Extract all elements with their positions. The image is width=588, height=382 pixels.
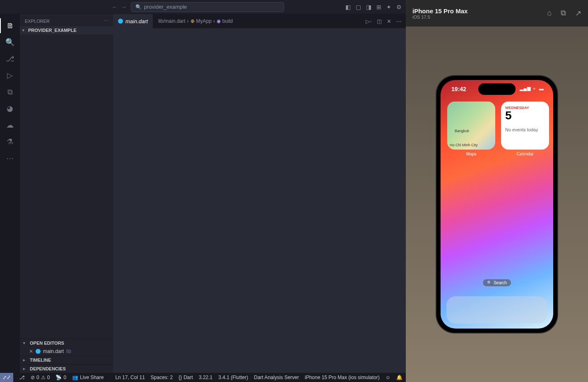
copilot-icon[interactable]: ✦ bbox=[386, 4, 391, 10]
chevron-right-icon: ▸ bbox=[23, 358, 27, 362]
scm-view-icon[interactable]: ⎇ bbox=[0, 51, 20, 66]
dependencies-section[interactable]: ▸ DEPENDENCIES bbox=[20, 364, 113, 373]
activity-bar: 🗎 🔍 ⎇ ▷ ⧉ ◕ ☁ ⚗ ⋯ bbox=[0, 14, 20, 373]
run-debug-icon[interactable]: ▷◦ bbox=[366, 18, 372, 24]
explorer-view-icon[interactable]: 🗎 bbox=[0, 18, 20, 33]
tab-main-dart[interactable]: main.dart bbox=[113, 14, 153, 28]
code-content[interactable] bbox=[133, 28, 406, 373]
device-selector[interactable]: iPhone 15 Pro Max (ios simulator) bbox=[305, 375, 380, 380]
project-header[interactable]: ▾ PROVIDER_EXAMPLE bbox=[20, 26, 113, 34]
notifications-icon[interactable]: 🔔 bbox=[396, 375, 402, 380]
command-center-search[interactable]: 🔍 provider_example bbox=[131, 2, 284, 12]
flutter-version[interactable]: 3.4.1 (Flutter) bbox=[218, 375, 248, 380]
status-bar: ⤤⤦ ⎇ ⊘ 0 ⚠ 0 📡 0 👥 Live Share Ln 17, Col… bbox=[0, 373, 406, 382]
remote-indicator[interactable]: ⤤⤦ bbox=[0, 373, 13, 382]
chevron-down-icon: ▾ bbox=[23, 341, 27, 345]
home-icon[interactable]: ⌂ bbox=[547, 9, 552, 18]
nav-back-icon[interactable]: ← bbox=[112, 4, 118, 10]
chevron-right-icon: ▸ bbox=[23, 367, 27, 371]
chevron-down-icon: ▾ bbox=[22, 28, 27, 32]
status-time: 19:42 bbox=[451, 86, 466, 92]
signal-icon: ▂▄▆ bbox=[520, 86, 531, 91]
search-placeholder: provider_example bbox=[144, 4, 187, 10]
screenshot-icon[interactable]: ⧉ bbox=[561, 9, 566, 18]
timeline-section[interactable]: ▸ TIMELINE bbox=[20, 355, 113, 364]
extensions-view-icon[interactable]: ⧉ bbox=[0, 85, 20, 99]
line-numbers bbox=[113, 28, 133, 373]
open-editors-section[interactable]: ▾ OPEN EDITORS bbox=[20, 338, 113, 347]
wifi-icon: ᯤ bbox=[533, 86, 537, 91]
liveshare-button[interactable]: 👥 Live Share bbox=[72, 375, 104, 380]
titlebar: ← → 🔍 provider_example ◧ ▢ ◨ ⊞ ✦ ⚙ bbox=[0, 0, 406, 14]
ports-indicator[interactable]: 📡 0 bbox=[55, 375, 66, 380]
layout-panel-icon[interactable]: ▢ bbox=[356, 4, 361, 10]
tabs-row: main.dart lib/main.dart › ⊕ MyApp › ◉ bu… bbox=[113, 14, 406, 28]
more-views-icon[interactable]: ⋯ bbox=[0, 151, 20, 166]
ios-simulator-panel: iPhone 15 Pro Max iOS 17.5 ⌂ ⧉ ↗ 19:42 ▂… bbox=[406, 0, 588, 382]
phone-screen[interactable]: 19:42 ▂▄▆ ᯤ ▬ Bangkok Ho Chi Minh City M… bbox=[441, 80, 553, 329]
search-icon: 🔍 bbox=[135, 4, 142, 10]
widget-label: Maps bbox=[447, 152, 495, 156]
spotlight-search[interactable]: 🔍 Search bbox=[483, 279, 511, 286]
manage-icon[interactable]: ⚙ bbox=[396, 4, 402, 10]
editor-more-icon[interactable]: ⋯ bbox=[396, 18, 402, 24]
calendar-widget[interactable]: WEDNESDAY 5 No events today bbox=[501, 102, 549, 150]
split-editor-icon[interactable]: ◫ bbox=[377, 18, 382, 24]
layout-customize-icon[interactable]: ⊞ bbox=[376, 4, 381, 10]
feedback-icon[interactable]: ☺ bbox=[386, 375, 390, 380]
editor[interactable] bbox=[113, 28, 406, 373]
cursor-position[interactable]: Ln 17, Col 11 bbox=[115, 375, 145, 380]
os-version: iOS 17.5 bbox=[412, 15, 468, 19]
layout-secondary-icon[interactable]: ◨ bbox=[366, 4, 371, 10]
external-icon[interactable]: ↗ bbox=[575, 9, 581, 18]
open-editor-item[interactable]: ✕ main.dart lib bbox=[20, 347, 113, 355]
file-tree bbox=[20, 34, 113, 338]
git-branch-indicator[interactable]: ⎇ bbox=[19, 375, 25, 380]
dart-file-icon bbox=[118, 19, 123, 24]
simulator-header: iPhone 15 Pro Max iOS 17.5 ⌂ ⧉ ↗ bbox=[406, 0, 588, 27]
simulator-body: 19:42 ▂▄▆ ᯤ ▬ Bangkok Ho Chi Minh City M… bbox=[406, 27, 588, 382]
analysis-server[interactable]: Dart Analysis Server bbox=[254, 375, 299, 380]
dynamic-island bbox=[478, 83, 516, 95]
testing-icon[interactable]: ⚗ bbox=[0, 134, 20, 149]
close-icon[interactable]: ✕ bbox=[29, 348, 33, 354]
dock bbox=[446, 296, 547, 324]
language-mode[interactable]: {} Dart bbox=[178, 375, 193, 380]
widget-label: Calendar bbox=[501, 152, 549, 156]
dart-file-icon bbox=[36, 349, 41, 354]
layout-primary-icon[interactable]: ◧ bbox=[345, 4, 351, 10]
sidebar-more-icon[interactable]: ⋯ bbox=[104, 18, 108, 24]
device-name: iPhone 15 Pro Max bbox=[412, 7, 468, 15]
breadcrumb[interactable]: lib/main.dart › ⊕ MyApp › ◉ build bbox=[153, 14, 238, 28]
search-icon: 🔍 bbox=[487, 280, 492, 285]
status-icons: ▂▄▆ ᯤ ▬ bbox=[520, 86, 544, 91]
maps-widget[interactable]: Bangkok Ho Chi Minh City bbox=[447, 102, 495, 150]
close-editor-icon[interactable]: ✕ bbox=[387, 18, 391, 24]
editor-area: main.dart lib/main.dart › ⊕ MyApp › ◉ bu… bbox=[113, 14, 406, 373]
run-view-icon[interactable]: ▷ bbox=[0, 68, 20, 83]
database-icon[interactable]: ◕ bbox=[0, 101, 20, 116]
dart-version[interactable]: 3.22.1 bbox=[199, 375, 212, 380]
problems-indicator[interactable]: ⊘ 0 ⚠ 0 bbox=[31, 375, 50, 380]
cloud-icon[interactable]: ☁ bbox=[0, 118, 20, 133]
battery-icon: ▬ bbox=[539, 86, 544, 91]
search-view-icon[interactable]: 🔍 bbox=[0, 35, 20, 50]
nav-fwd-icon[interactable]: → bbox=[121, 4, 127, 10]
sidebar-title: EXPLORER bbox=[25, 19, 50, 24]
phone-frame: 19:42 ▂▄▆ ᯤ ▬ Bangkok Ho Chi Minh City M… bbox=[436, 76, 557, 333]
explorer-sidebar: EXPLORER ⋯ ▾ PROVIDER_EXAMPLE ▾ OPEN EDI… bbox=[20, 14, 113, 373]
indentation-indicator[interactable]: Spaces: 2 bbox=[151, 375, 173, 380]
